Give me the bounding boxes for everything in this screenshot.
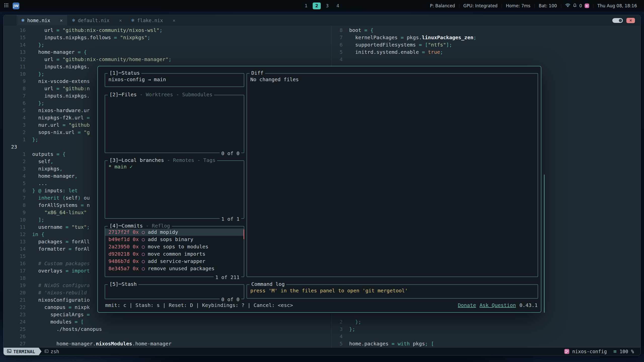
lazygit-commits-panel[interactable]: [4]─Commits - Reflog 2717f2f 0x ○ add mo… xyxy=(105,226,244,277)
workspace-button-4[interactable]: 4 xyxy=(334,3,342,9)
code-line[interactable]: 27 home-manager.nixosModules.home-manage… xyxy=(11,340,331,347)
lazygit-branches-panel[interactable]: [3]─Local branches - Remotes - Tags * ma… xyxy=(105,160,244,219)
lazygit-version: 0.43.1 xyxy=(519,302,538,308)
hint-text: mmit: c | Stash: s | Reset: D | Keybindi… xyxy=(105,302,293,308)
wifi-icon[interactable] xyxy=(565,3,570,8)
workspace-button-3[interactable]: 3 xyxy=(323,3,331,9)
code-line[interactable]: 7 kernelPackages = pkgs.linuxPackages_ze… xyxy=(332,34,640,41)
lazygit-files-panel[interactable]: [2]─Files - Worktrees - Submodules 0 of … xyxy=(105,95,244,153)
tab-label: flake.nix xyxy=(137,18,163,23)
code-line[interactable]: 4 xyxy=(332,333,640,340)
window-close-button[interactable]: × xyxy=(626,18,635,23)
branch-row[interactable]: * main ✓ xyxy=(108,163,240,170)
status-panel-title: [1]─Status xyxy=(108,70,141,76)
color-picker-icon[interactable] xyxy=(585,4,589,8)
separator xyxy=(593,4,593,8)
code-line[interactable]: 3}; xyxy=(332,326,640,333)
workspace-button-2[interactable]: 2 xyxy=(313,3,321,9)
branches-panel-title: [3]─Local branches - Remotes - Tags xyxy=(108,157,217,163)
tab-default.nix[interactable]: ✱default.nix× xyxy=(67,15,127,26)
tray-icons: 0 xyxy=(562,3,592,8)
tab-close-button[interactable]: × xyxy=(119,18,122,23)
code-line[interactable]: 5 initrd.systemd.enable = true; xyxy=(332,49,640,56)
code-line[interactable]: 24 modules = [ xyxy=(11,318,331,326)
tab-label: home.nix xyxy=(27,18,50,23)
code-line[interactable]: 12 url = "github:nix-community/home-mana… xyxy=(11,56,331,63)
ask-question-link[interactable]: Ask Question xyxy=(479,302,516,308)
gpu-status[interactable]: GPU: Integrated xyxy=(460,3,501,8)
scroll-position: 100 % xyxy=(620,349,634,354)
code-line[interactable]: 2 }; xyxy=(332,318,640,326)
lazygit-status-panel[interactable]: [1]─Status nixos-config → main xyxy=(105,73,244,87)
code-line[interactable]: 14 }; xyxy=(11,41,331,49)
terminal-mode-icon xyxy=(7,349,11,354)
commit-row[interactable]: 2a23950 0x ○ move sops to modules xyxy=(105,243,244,250)
git-repo-icon xyxy=(564,349,569,354)
separator xyxy=(459,4,459,8)
commit-row[interactable]: d920218 0x ○ move common imports xyxy=(105,250,244,258)
commits-scrollbar xyxy=(244,230,244,239)
repo-name: nixos-config xyxy=(572,349,607,354)
code-line[interactable]: 4 xyxy=(332,56,640,63)
apps-grid-icon[interactable] xyxy=(4,3,9,9)
code-line[interactable]: 13 home-manager = { xyxy=(11,49,331,56)
lazygit-overlay: [1]─Status nixos-config → main [2]─Files… xyxy=(97,66,541,313)
stash-count: 0 of 0 xyxy=(220,296,241,302)
commit-row[interactable]: 9486b7d 0x ○ add service-wrapper xyxy=(105,258,244,265)
code-line[interactable]: 26 xyxy=(11,333,331,340)
diff-content: No changed files xyxy=(247,74,538,85)
code-line[interactable]: 6 supportedFilesystems = ["ntfs"]; xyxy=(332,41,640,49)
mode-label: TERMINAL xyxy=(13,349,35,354)
separator xyxy=(502,4,502,8)
battery-status[interactable]: Bat: 100 xyxy=(536,3,560,8)
lazygit-diff-panel[interactable]: Diff No changed files xyxy=(247,73,538,277)
lazygit-command-log-panel[interactable]: Command log press 'M' in the files panel… xyxy=(247,284,538,299)
code-line[interactable]: 25 ./hosts/canopus xyxy=(11,326,331,333)
nix-snowflake-icon: ✱ xyxy=(21,18,25,23)
power-profile-status[interactable]: P: Balanced xyxy=(427,3,458,8)
tab-label: default.nix xyxy=(78,18,109,23)
window-toggle-button[interactable] xyxy=(612,18,623,23)
workspace-switcher: 1234 xyxy=(302,3,342,9)
commits-panel-title: [4]─Commits - Reflog xyxy=(108,223,172,229)
commits-count: 1 of 211 xyxy=(214,274,241,280)
code-line[interactable]: 15 inputs.nixpkgs.follows = "nixpkgs"; xyxy=(11,34,331,41)
overlay-scrollbar[interactable] xyxy=(544,174,545,313)
top-status-bar: JW 1234 P: Balanced GPU: Integrated Home… xyxy=(0,0,644,12)
window-controls: × xyxy=(612,18,635,23)
separator xyxy=(534,4,535,8)
tab-bar: ✱home.nix×✱default.nix×✱flake.nix× × xyxy=(4,15,640,26)
tab-flake.nix[interactable]: ✱flake.nix× xyxy=(127,15,180,26)
workspace-button-1[interactable]: 1 xyxy=(302,3,310,9)
code-line[interactable]: 8boot = { xyxy=(332,27,640,34)
donate-link[interactable]: Donate xyxy=(458,302,476,308)
command-log-title: Command log xyxy=(250,281,286,287)
tab-home.nix[interactable]: ✱home.nix× xyxy=(17,15,67,26)
tab-close-button[interactable]: × xyxy=(173,18,175,23)
diff-panel-title: Diff xyxy=(250,70,265,76)
ping-status[interactable]: Home: 7ms xyxy=(503,3,534,8)
commit-row[interactable]: 8e345a7 0x ○ remove unused packages xyxy=(105,265,244,272)
nix-snowflake-icon: ✱ xyxy=(72,18,75,23)
workspace-logo-badge[interactable]: JW xyxy=(13,3,19,9)
lazygit-stash-panel[interactable]: [5]─Stash 0 of 0 xyxy=(105,284,244,299)
tab-strip: ✱home.nix×✱default.nix×✱flake.nix× xyxy=(17,15,180,26)
code-line[interactable]: 16 url = "github:nix-community/nixos-wsl… xyxy=(11,27,331,34)
commit-row[interactable]: 2717f2f 0x ○ add mopidy xyxy=(105,229,244,236)
tab-close-button[interactable]: × xyxy=(60,18,63,23)
notification-count: 0 xyxy=(579,3,582,8)
statusline: TERMINAL zsh nixos-config ≡ xyxy=(4,348,640,355)
clock[interactable]: Thu Aug 08, 18:16 xyxy=(594,3,640,8)
shell-indicator: zsh xyxy=(45,349,59,354)
scroll-position-icon: ≡ xyxy=(613,348,617,354)
mode-indicator: TERMINAL xyxy=(4,348,39,355)
statusline-right: nixos-config ≡ 100 % xyxy=(564,348,640,354)
commit-list: 2717f2f 0x ○ add mopidyb49ef1d 0x ○ add … xyxy=(105,227,244,274)
shell-label: zsh xyxy=(51,349,59,354)
nix-snowflake-icon: ✱ xyxy=(131,18,135,23)
powerline-separator xyxy=(39,348,42,355)
commit-row[interactable]: b49ef1d 0x ○ add sops binary xyxy=(105,236,244,243)
code-line[interactable]: 5home.packages = with pkgs; [ xyxy=(332,340,640,347)
bell-icon[interactable] xyxy=(573,3,577,8)
separator xyxy=(561,4,561,8)
